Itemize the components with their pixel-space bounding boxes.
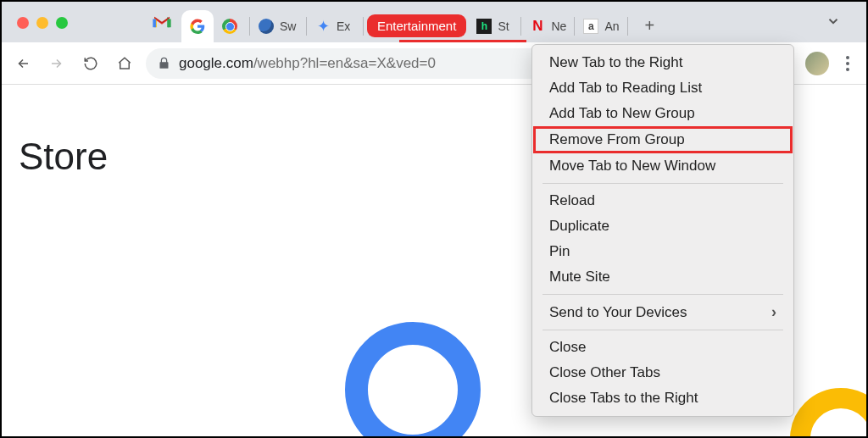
tab-google[interactable]: [181, 10, 214, 42]
url-path: /webhp?hl=en&sa=X&ved=0: [253, 55, 436, 71]
fullscreen-window-button[interactable]: [56, 17, 68, 29]
chrome-favicon-icon: [222, 19, 237, 34]
extension-favicon-icon: ✦: [315, 19, 331, 34]
reload-button[interactable]: [78, 51, 103, 76]
menu-separator: [542, 330, 783, 330]
chrome-menu-button[interactable]: [837, 51, 858, 76]
back-button[interactable]: [10, 51, 36, 76]
tab-strip: Sw ✦ Ex Entertainment h St N Ne a An +: [2, 2, 866, 42]
hulu-favicon-icon: h: [476, 19, 492, 34]
tab-label: Ex: [337, 19, 350, 33]
window-controls: [17, 17, 68, 29]
tab-ex[interactable]: ✦ Ex: [307, 10, 363, 42]
amazon-favicon-icon: a: [583, 19, 598, 34]
google-favicon-icon: [190, 19, 205, 34]
tab-chrome[interactable]: [214, 10, 249, 42]
svg-rect-1: [168, 19, 171, 27]
tab-hulu[interactable]: h St: [468, 10, 520, 42]
close-window-button[interactable]: [17, 17, 29, 29]
menu-close[interactable]: Close: [532, 335, 793, 360]
url-text: google.com/webhp?hl=en&sa=X&ved=0: [179, 55, 436, 72]
submenu-arrow-icon: ›: [771, 303, 776, 321]
minimize-window-button[interactable]: [36, 17, 48, 29]
home-button[interactable]: [112, 51, 137, 76]
netflix-favicon-icon: N: [530, 19, 545, 34]
menu-separator: [542, 294, 783, 295]
tab-label: Ne: [551, 19, 566, 33]
tab-label: An: [604, 19, 619, 33]
gmail-icon[interactable]: [153, 15, 171, 29]
menu-move-new-window[interactable]: Move Tab to New Window: [532, 153, 793, 179]
menu-send-devices[interactable]: Send to Your Devices ›: [532, 299, 793, 325]
menu-mute-site[interactable]: Mute Site: [532, 264, 793, 290]
tab-sw[interactable]: Sw: [250, 10, 306, 42]
google-logo-blue-ring: [345, 322, 481, 438]
tab-separator: [627, 17, 628, 36]
menu-add-reading-list[interactable]: Add Tab to Reading List: [532, 75, 793, 101]
globe-favicon-icon: [259, 19, 274, 34]
url-host: google.com: [179, 55, 253, 71]
menu-remove-from-group[interactable]: Remove From Group: [534, 127, 792, 152]
forward-button[interactable]: [44, 51, 70, 76]
tab-context-menu: New Tab to the Right Add Tab to Reading …: [531, 44, 794, 417]
menu-add-new-group[interactable]: Add Tab to New Group: [532, 101, 793, 126]
google-logo-yellow-ring: [790, 388, 868, 438]
group-underline: [399, 40, 526, 42]
lock-icon: [158, 57, 170, 69]
tab-label: Sw: [280, 19, 296, 33]
tab-netflix[interactable]: N Ne: [521, 10, 574, 42]
profile-avatar[interactable]: [805, 52, 829, 75]
menu-separator: [542, 183, 783, 184]
tab-separator: [363, 17, 364, 36]
menu-pin[interactable]: Pin: [532, 239, 793, 264]
tab-group-label: Entertainment: [377, 19, 456, 33]
svg-rect-0: [153, 19, 156, 27]
tab-amazon[interactable]: a An: [575, 10, 627, 42]
menu-new-tab-right[interactable]: New Tab to the Right: [532, 50, 793, 75]
menu-duplicate[interactable]: Duplicate: [532, 213, 793, 239]
tab-overflow-button[interactable]: [826, 14, 841, 32]
new-tab-button[interactable]: +: [637, 13, 662, 38]
menu-close-right[interactable]: Close Tabs to the Right: [532, 385, 793, 411]
tab-label: St: [498, 19, 509, 33]
menu-close-other[interactable]: Close Other Tabs: [532, 360, 793, 385]
tab-group-chip[interactable]: Entertainment: [367, 14, 466, 37]
menu-reload[interactable]: Reload: [532, 188, 793, 213]
